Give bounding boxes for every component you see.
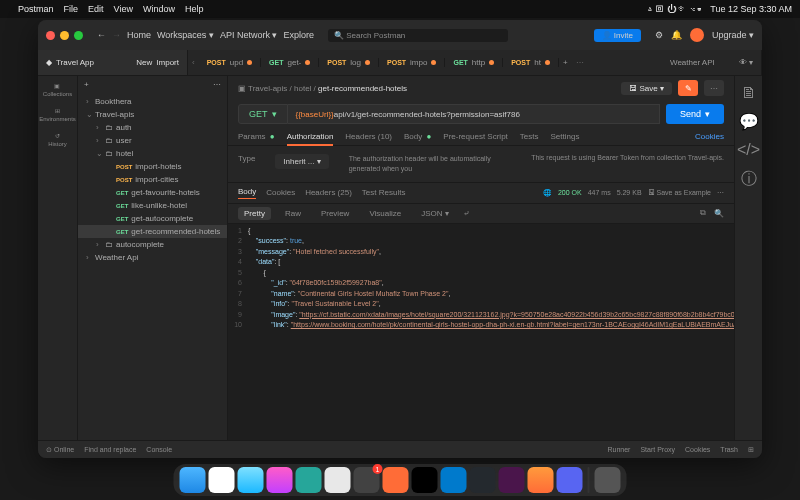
overview-icon[interactable]: ▣ — [238, 84, 246, 93]
home-link[interactable]: Home — [127, 30, 151, 40]
invite-button[interactable]: 👤 Invite — [594, 29, 641, 42]
bell-icon[interactable]: 🔔 — [671, 30, 682, 40]
env-selector[interactable]: Weather API 👁 ▾ — [662, 50, 762, 75]
request-tab[interactable]: GET http — [445, 58, 503, 67]
reqtab[interactable]: Params ● — [238, 128, 275, 145]
tree-folder[interactable]: ›🗀 autocomplete — [78, 238, 227, 251]
tree-request[interactable]: GET get-recommended-hotels — [78, 225, 227, 238]
menu-app[interactable]: Postman — [18, 4, 54, 14]
search-resp-icon[interactable]: 🔍 — [714, 209, 724, 218]
auth-panel: Type Inherit ... ▾ The authorization hea… — [228, 146, 734, 182]
rail-history[interactable]: ↺History — [48, 132, 67, 147]
import-button[interactable]: Import — [156, 58, 179, 67]
tree-folder[interactable]: ›🗀 user — [78, 134, 227, 147]
resp-more-icon[interactable]: ⋯ — [717, 189, 724, 197]
settings-icon[interactable]: ⚙ — [655, 30, 663, 40]
reqtab[interactable]: Authorization — [287, 128, 334, 145]
request-tabs: Params ●AuthorizationHeaders (10)Body ●P… — [228, 128, 734, 146]
add-icon[interactable]: + — [84, 80, 89, 89]
request-tab[interactable]: GET get- — [261, 58, 319, 67]
request-tab[interactable]: POST upd — [199, 58, 261, 67]
response-viewbar: Pretty Raw Preview Visualize JSON ▾ ⤶ ⧉ … — [228, 204, 734, 224]
upgrade-link[interactable]: Upgrade ▾ — [712, 30, 754, 40]
request-tab[interactable]: POST ht — [503, 58, 559, 67]
workspace-tab[interactable]: ◆ Travel App New Import — [38, 50, 188, 75]
globe-icon[interactable]: 🌐 — [543, 189, 552, 197]
macos-menubar: Postman File Edit View Window Help △ ⧈ ⏻… — [0, 0, 800, 18]
wrap-icon[interactable]: ⤶ — [463, 209, 470, 218]
nav-back-icon[interactable]: ← — [97, 30, 106, 40]
share-icon[interactable]: ✎ — [678, 80, 698, 96]
url-bar: GET ▾ {{baseUrl}}api/v1/get-recommended-… — [228, 100, 734, 128]
view-pretty[interactable]: Pretty — [238, 207, 271, 220]
tab-add-icon[interactable]: + — [559, 58, 572, 67]
reqtab[interactable]: Tests — [520, 128, 539, 145]
info-icon[interactable]: ⓘ — [741, 169, 757, 190]
tree-folder[interactable]: › Bookthera — [78, 95, 227, 108]
sidebar: +⋯ › Bookthera⌄ Travel-apis›🗀 auth›🗀 use… — [78, 76, 228, 440]
macos-dock[interactable]: 1 — [174, 464, 627, 496]
main-panel: ▣ Travel-apis / hotel / get-recommended-… — [228, 76, 734, 440]
tree-folder[interactable]: ›🗀 auth — [78, 121, 227, 134]
rail-environments[interactable]: ⊞Environments — [39, 107, 76, 122]
eye-icon[interactable]: 👁 ▾ — [739, 58, 753, 67]
tree-folder[interactable]: ⌄🗀 hotel — [78, 147, 227, 160]
tree-folder[interactable]: › Weather Api — [78, 251, 227, 264]
tabbar: ◆ Travel App New Import ‹ POST upd GET g… — [38, 50, 762, 76]
comments-icon[interactable]: 💬 — [739, 112, 759, 131]
new-button[interactable]: New — [136, 58, 152, 67]
rail-collections[interactable]: ▣Collections — [43, 82, 72, 97]
copy-icon[interactable]: ⧉ — [700, 208, 706, 218]
auth-type-select[interactable]: Inherit ... ▾ — [275, 154, 328, 169]
tree-request[interactable]: GET like-unlike-hotel — [78, 199, 227, 212]
titlebar: ← → Home Workspaces ▾ API Network ▾ Expl… — [38, 20, 762, 50]
url-input[interactable]: {{baseUrl}}api/v1/get-recommended-hotels… — [288, 104, 660, 124]
response-body[interactable]: 1{2 "success": true,3 "message": "Hotel … — [228, 224, 734, 440]
explore-link[interactable]: Explore — [283, 30, 314, 40]
reqtab[interactable]: Headers (10) — [345, 128, 392, 145]
request-tab[interactable]: POST log — [319, 58, 379, 67]
statusbar: ⊙ Online Find and replace Console Runner… — [38, 440, 762, 458]
tree-request[interactable]: GET get-favourite-hotels — [78, 186, 227, 199]
search-input[interactable]: 🔍 Search Postman — [328, 29, 508, 42]
api-network-menu[interactable]: API Network ▾ — [220, 30, 278, 40]
workspaces-menu[interactable]: Workspaces ▾ — [157, 30, 214, 40]
nav-fwd-icon[interactable]: → — [112, 30, 121, 40]
avatar[interactable] — [690, 28, 704, 42]
resp-tab-body[interactable]: Body — [238, 187, 256, 199]
clock: Tue 12 Sep 3:30 AM — [710, 4, 792, 14]
tree-request[interactable]: POST import-cities — [78, 173, 227, 186]
tab-prev-icon[interactable]: ‹ — [188, 58, 199, 67]
code-icon[interactable]: </> — [737, 141, 760, 159]
reqtab[interactable]: Settings — [550, 128, 579, 145]
method-select[interactable]: GET ▾ — [238, 104, 288, 124]
response-header: Body Cookies Headers (25) Test Results 🌐… — [228, 182, 734, 204]
tree-request[interactable]: GET get-autocomplete — [78, 212, 227, 225]
postman-window: ← → Home Workspaces ▾ API Network ▾ Expl… — [38, 20, 762, 458]
cookies-link[interactable]: Cookies — [695, 132, 724, 141]
save-example-button[interactable]: 🖫 Save as Example — [648, 189, 711, 196]
tree-folder[interactable]: ⌄ Travel-apis — [78, 108, 227, 121]
reqtab[interactable]: Body ● — [404, 128, 431, 145]
menu-icons[interactable]: △ ⧈ ⏻ ᯤ ⌥ ⌨ — [648, 4, 703, 14]
reqtab[interactable]: Pre-request Script — [443, 128, 507, 145]
tree-request[interactable]: POST import-hotels — [78, 160, 227, 173]
collection-tree: › Bookthera⌄ Travel-apis›🗀 auth›🗀 user⌄🗀… — [78, 93, 227, 440]
left-rail: ▣Collections ⊞Environments ↺History — [38, 76, 78, 440]
right-rail: 🗎 💬 </> ⓘ — [734, 76, 762, 440]
filter-icon[interactable]: ⋯ — [213, 80, 221, 89]
request-tab[interactable]: POST impo — [379, 58, 445, 67]
format-select[interactable]: JSON ▾ — [415, 207, 455, 220]
send-button[interactable]: Send ▾ — [666, 104, 724, 124]
docs-icon[interactable]: 🗎 — [741, 84, 757, 102]
more-icon[interactable]: ⋯ — [704, 80, 724, 96]
window-controls[interactable] — [46, 31, 83, 40]
breadcrumb: ▣ Travel-apis / hotel / get-recommended-… — [228, 76, 734, 100]
save-button[interactable]: 🖫 Save ▾ — [621, 82, 672, 95]
